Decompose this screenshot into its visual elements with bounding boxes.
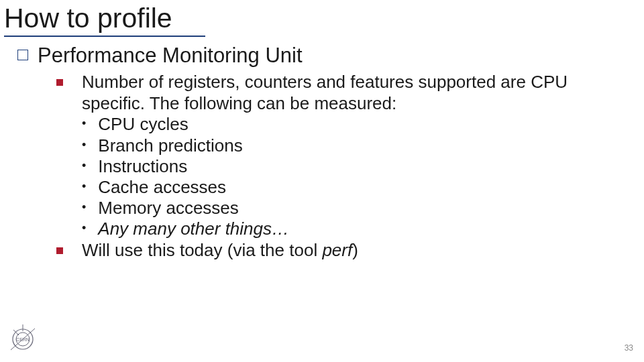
list-item-lvl3: • Instructions <box>82 156 631 177</box>
lvl3-text: Branch predictions <box>98 135 242 156</box>
lvl2-text: Number of registers, counters and featur… <box>82 72 631 114</box>
list-item-lvl2: Will use this today (via the tool perf) <box>56 240 631 261</box>
lvl3-text: Instructions <box>98 156 187 177</box>
cern-logo-icon: CERN <box>7 323 39 355</box>
lvl2-text: Will use this today (via the tool perf) <box>82 240 358 261</box>
slide-content: Performance Monitoring Unit Number of re… <box>0 37 644 261</box>
list-item-lvl3: • Cache accesses <box>82 177 631 198</box>
square-outline-icon <box>17 50 28 60</box>
list-item-lvl3: • CPU cycles <box>82 114 631 135</box>
list-item-lvl1: Performance Monitoring Unit <box>17 44 631 68</box>
square-bullet-icon <box>56 247 63 254</box>
lvl3-group: • CPU cycles • Branch predictions • Inst… <box>56 114 631 239</box>
lvl1-text: Performance Monitoring Unit <box>38 44 303 68</box>
dot-bullet-icon: • <box>82 117 86 129</box>
lvl2-group: Number of registers, counters and featur… <box>17 72 631 261</box>
lvl3-text: Cache accesses <box>98 177 226 198</box>
page-number: 33 <box>625 343 633 353</box>
dot-bullet-icon: • <box>82 201 86 213</box>
list-item-lvl2: Number of registers, counters and featur… <box>56 72 631 114</box>
square-bullet-icon <box>56 79 63 86</box>
svg-text:CERN: CERN <box>16 337 30 342</box>
lvl3-text: CPU cycles <box>98 114 188 135</box>
dot-bullet-icon: • <box>82 180 86 192</box>
lvl2-text-prefix: Will use this today (via the tool <box>82 240 322 260</box>
list-item-lvl3: • Any many other things… <box>82 219 631 239</box>
list-item-lvl3: • Branch predictions <box>82 135 631 156</box>
list-item-lvl3: • Memory accesses <box>82 198 631 219</box>
lvl2-text-italic: perf <box>322 240 352 260</box>
lvl2-text-suffix: ) <box>352 240 358 260</box>
dot-bullet-icon: • <box>82 222 86 234</box>
slide: How to profile Performance Monitoring Un… <box>0 0 644 362</box>
dot-bullet-icon: • <box>82 160 86 172</box>
footer-logo: CERN <box>7 323 39 355</box>
lvl3-text-italic: Any many other things… <box>98 219 289 239</box>
dot-bullet-icon: • <box>82 139 86 151</box>
slide-title: How to profile <box>0 0 644 34</box>
lvl3-text: Memory accesses <box>98 198 239 219</box>
